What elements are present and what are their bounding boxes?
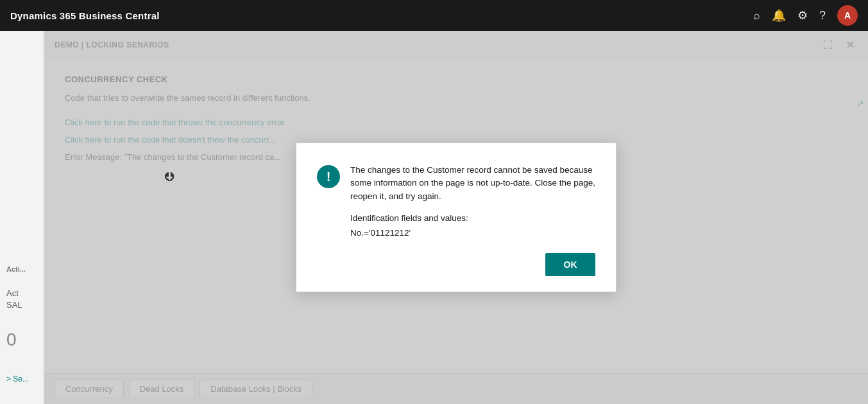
main-area: CR... Sale... INSI... ● ● C... Acti... A…	[0, 31, 868, 404]
dialog-field-value: No.='01121212'	[350, 228, 595, 238]
dialog-main-message: The changes to the Customer record canno…	[350, 164, 595, 203]
app-brand: Dynamics 365 Business Central	[10, 10, 160, 21]
dialog-warning-icon: !	[317, 165, 340, 188]
dialog-content: ! The changes to the Customer record can…	[317, 164, 595, 238]
gear-icon[interactable]: ⚙	[797, 8, 808, 22]
dialog-overlay: ! The changes to the Customer record can…	[44, 31, 868, 404]
nav-icon-group: ⌕ 🔔 ⚙ ? A	[753, 5, 858, 26]
search-icon[interactable]: ⌕	[753, 9, 760, 22]
dialog-text: The changes to the Customer record canno…	[350, 164, 595, 238]
help-icon[interactable]: ?	[819, 9, 826, 22]
avatar[interactable]: A	[837, 5, 858, 26]
bg-act-sal: ActSAL	[6, 288, 22, 311]
bg-see-more: > Se...	[6, 374, 29, 383]
sub-window: DEMO | LOCKING SENARIOS ⛶ ✕ CONCURRENCY …	[44, 31, 868, 404]
bg-zero: 0	[6, 329, 17, 350]
dialog-footer: OK	[317, 253, 595, 276]
ok-button[interactable]: OK	[545, 253, 595, 276]
top-navigation: Dynamics 365 Business Central ⌕ 🔔 ⚙ ? A	[0, 0, 868, 31]
bell-icon[interactable]: 🔔	[772, 8, 786, 22]
dialog-box: ! The changes to the Customer record can…	[296, 143, 617, 292]
bg-act-label: Acti...	[6, 265, 26, 273]
dialog-sub-label: Identification fields and values:	[350, 213, 595, 223]
